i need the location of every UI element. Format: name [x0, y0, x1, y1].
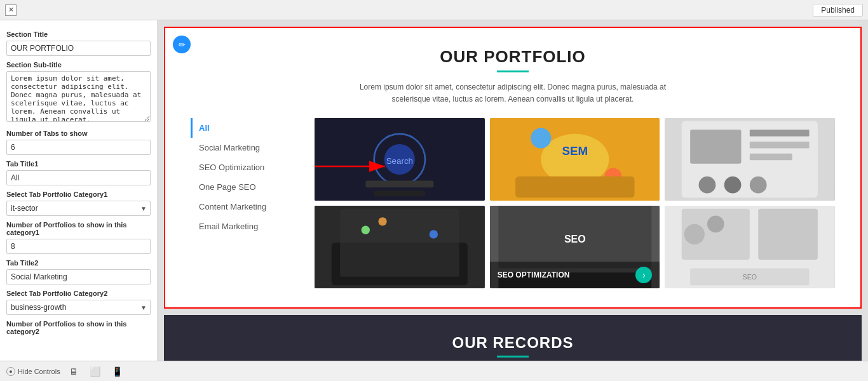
title-underline: [497, 70, 529, 72]
num-tabs-label: Number of Tabs to show: [6, 130, 151, 137]
num-portfolios1-input[interactable]: [6, 239, 151, 254]
tab-one-page-seo[interactable]: One Page SEO: [191, 177, 302, 197]
tab1-title-input[interactable]: [6, 170, 151, 185]
section-title-label: Section Title: [6, 30, 151, 38]
tab2-title-label: Tab Title2: [6, 259, 151, 267]
portfolio-title: OUR PORTFOLIO: [191, 47, 835, 67]
select-cat2-wrap: business-growth it-sector social-media s…: [6, 300, 151, 315]
portfolio-card-2[interactable]: SEM: [490, 118, 660, 201]
svg-point-22: [750, 177, 767, 194]
hide-controls-button[interactable]: ● Hide Controls: [6, 367, 60, 376]
num-portfolios1-label: Number of Portfolios to show in this cat…: [6, 221, 151, 236]
svg-text:SEO: SEO: [564, 234, 586, 245]
tab-seo-optimization[interactable]: SEO Optimization: [191, 157, 302, 177]
select-cat1-wrap: it-sector business-growth social-media s…: [6, 201, 151, 216]
num-tabs-input[interactable]: [6, 140, 151, 155]
main-layout: Section Title Section Sub-title Lorem ip…: [0, 20, 868, 361]
tab-email-marketing[interactable]: Email Marketing: [191, 217, 302, 236]
records-section: OUR RECORDS: [164, 315, 862, 361]
svg-rect-16: [690, 130, 741, 164]
left-panel: Section Title Section Sub-title Lorem ip…: [0, 20, 158, 361]
tab-social-marketing[interactable]: Social Marketing: [191, 138, 302, 157]
records-underline: [497, 356, 529, 358]
right-content: ✏ OUR PORTFOLIO Lorem ipsum dolor sit am…: [158, 20, 868, 361]
edit-icon[interactable]: ✏: [173, 36, 191, 53]
hide-controls-label: Hide Controls: [18, 368, 60, 375]
portfolio-card-5[interactable]: SEO SEO OPTIMIZATION ›: [490, 206, 660, 288]
svg-text:SEO: SEO: [743, 273, 757, 281]
svg-point-28: [430, 231, 438, 239]
tablet-icon[interactable]: ⬜: [87, 366, 103, 377]
svg-point-11: [531, 128, 551, 149]
portfolio-card-1[interactable]: Search: [315, 118, 485, 201]
published-badge: Published: [813, 4, 863, 17]
tab-content-marketing[interactable]: Content Marketing: [191, 197, 302, 217]
select-cat2-label: Select Tab Portfolio Category2: [6, 290, 151, 297]
portfolio-section: ✏ OUR PORTFOLIO Lorem ipsum dolor sit am…: [164, 27, 862, 309]
svg-rect-25: [340, 209, 459, 277]
svg-rect-6: [365, 181, 433, 188]
portfolio-subtitle: Lorem ipsum dolor sit amet, consectetur …: [354, 81, 672, 105]
svg-point-26: [362, 226, 370, 234]
tabs-images-layout: All Social Marketing SEO Optimization On…: [191, 118, 835, 288]
svg-point-37: [707, 216, 724, 233]
desktop-icon[interactable]: 🖥: [67, 366, 81, 377]
svg-rect-19: [750, 154, 792, 161]
select-cat1-label: Select Tab Portfolio Category1: [6, 190, 151, 198]
svg-point-27: [378, 218, 386, 226]
overlay-arrow-5[interactable]: ›: [635, 267, 652, 283]
svg-point-36: [684, 224, 705, 244]
tab1-title-label: Tab Title1: [6, 160, 151, 168]
section-subtitle-textarea[interactable]: Lorem ipsum dolor sit amet, consectetur …: [6, 71, 151, 122]
svg-rect-17: [750, 130, 810, 137]
portfolio-card-4[interactable]: [315, 206, 485, 288]
svg-rect-35: [759, 209, 818, 260]
eye-icon: ●: [6, 367, 15, 376]
svg-point-20: [699, 177, 716, 194]
section-subtitle-label: Section Sub-title: [6, 61, 151, 69]
mobile-icon[interactable]: 📱: [109, 366, 125, 377]
svg-point-21: [724, 177, 742, 194]
num-portfolios2-label: Number of Portfolios to show in this cat…: [6, 320, 151, 335]
tabs-column: All Social Marketing SEO Optimization On…: [191, 118, 302, 288]
svg-text:SEM: SEM: [562, 145, 588, 158]
portfolio-card-3[interactable]: [665, 118, 835, 201]
svg-text:Search: Search: [386, 156, 413, 166]
select-cat2-dropdown[interactable]: business-growth it-sector social-media s…: [6, 300, 151, 315]
section-title-input[interactable]: [6, 41, 151, 56]
tab2-title-input[interactable]: [6, 269, 151, 284]
images-grid: Search SEM: [315, 118, 835, 288]
close-button[interactable]: ✕: [5, 4, 17, 16]
top-bar: ✕ Published: [0, 0, 868, 20]
portfolio-card-6[interactable]: SEO: [665, 206, 835, 288]
select-cat1-dropdown[interactable]: it-sector business-growth social-media s…: [6, 201, 151, 216]
card-overlay-5: SEO OPTIMIZATION ›: [490, 262, 660, 288]
svg-rect-7: [374, 191, 425, 196]
overlay-text-5: SEO OPTIMIZATION: [498, 271, 570, 279]
tab-all[interactable]: All: [191, 118, 302, 138]
svg-rect-18: [750, 142, 810, 149]
svg-rect-13: [515, 177, 634, 197]
bottom-controls-bar: ● Hide Controls 🖥 ⬜ 📱: [0, 361, 868, 381]
records-title: OUR RECORDS: [183, 334, 843, 352]
